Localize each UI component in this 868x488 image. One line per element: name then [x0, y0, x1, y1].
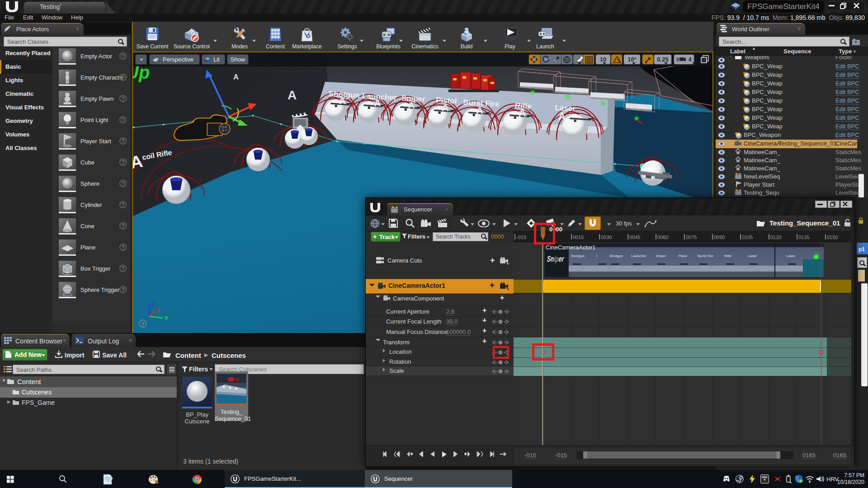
- svg-text:A: A: [288, 88, 297, 102]
- svg-text:A: A: [374, 98, 381, 108]
- svg-text:A: A: [233, 73, 239, 81]
- svg-text:A: A: [408, 100, 415, 110]
- svg-text:Y: Y: [165, 315, 168, 322]
- svg-text:A: A: [558, 111, 566, 122]
- svg-text:+: +: [854, 39, 857, 45]
- svg-text:X: X: [156, 308, 160, 314]
- svg-text:A: A: [442, 102, 449, 113]
- svg-text:A: A: [476, 105, 483, 116]
- svg-text:A: A: [339, 95, 345, 106]
- svg-text:A: A: [519, 107, 526, 119]
- svg-text:?: ?: [142, 321, 145, 327]
- svg-text:Z: Z: [151, 301, 154, 308]
